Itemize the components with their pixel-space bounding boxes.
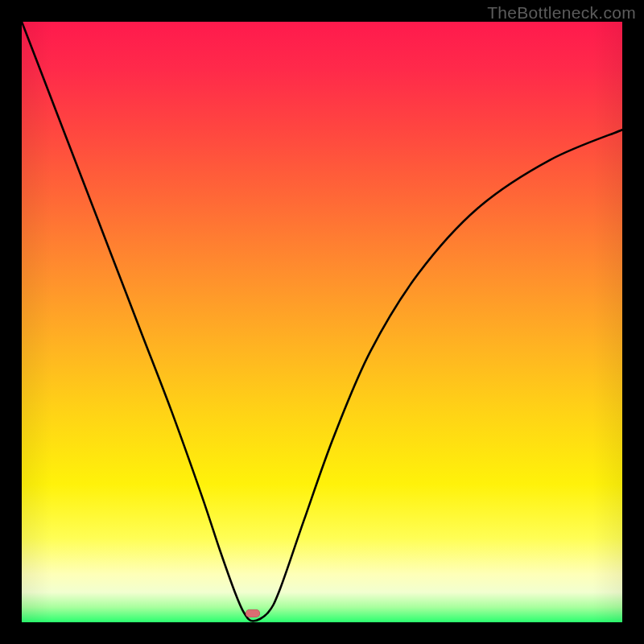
bottleneck-curve [22, 22, 622, 622]
outer-frame: TheBottleneck.com [0, 0, 644, 644]
watermark-text: TheBottleneck.com [487, 3, 636, 23]
curve-path [22, 22, 622, 621]
plot-area [22, 22, 622, 622]
optimal-point-marker [246, 609, 260, 617]
